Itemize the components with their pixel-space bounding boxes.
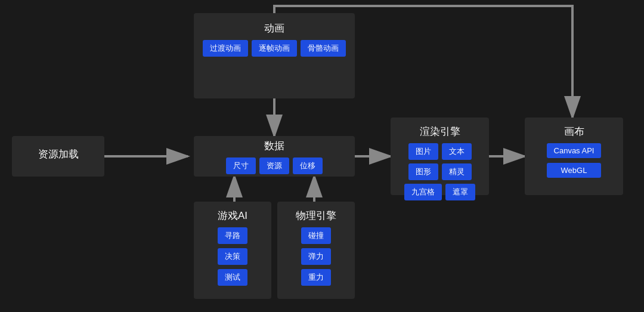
render-tag-2: 文本 (442, 143, 472, 160)
animation-tags: 过渡动画 逐帧动画 骨骼动画 (203, 40, 346, 57)
render-tag-5: 九宫格 (404, 184, 442, 200)
data-tag-1: 尺寸 (226, 157, 256, 174)
animation-title: 动画 (264, 21, 284, 35)
diagram: 资源加载 动画 过渡动画 逐帧动画 骨骼动画 数据 尺寸 资源 位移 渲染引擎 … (0, 0, 644, 312)
render-engine-node: 渲染引擎 图片 文本 图形 精灵 九宫格 遮罩 (391, 118, 489, 195)
physics-tag-1: 碰撞 (301, 227, 331, 244)
render-engine-title: 渲染引擎 (420, 125, 460, 138)
physics-title: 物理引擎 (296, 209, 336, 223)
game-ai-node: 游戏AI 寻路 决策 测试 (194, 202, 271, 299)
game-ai-tag-3: 测试 (218, 269, 247, 286)
animation-tag-1: 过渡动画 (203, 40, 248, 57)
game-ai-tag-1: 寻路 (218, 227, 247, 244)
physics-tag-2: 弹力 (301, 248, 331, 265)
data-node: 数据 尺寸 资源 位移 (194, 136, 355, 177)
data-title: 数据 (264, 139, 284, 153)
canvas-tag-2: WebGL (547, 163, 602, 178)
animation-tag-3: 骨骼动画 (301, 40, 346, 57)
game-ai-tags: 寻路 决策 测试 (218, 227, 247, 286)
data-tag-3: 位移 (293, 157, 323, 174)
physics-tags: 碰撞 弹力 重力 (301, 227, 331, 286)
canvas-tags: Canvas API WebGL (547, 143, 602, 178)
resource-load-title: 资源加载 (38, 147, 79, 161)
render-tag-3: 图形 (408, 163, 438, 180)
game-ai-title: 游戏AI (218, 209, 247, 223)
data-tags: 尺寸 资源 位移 (226, 157, 323, 174)
canvas-node: 画布 Canvas API WebGL (525, 118, 623, 195)
render-tag-1: 图片 (408, 143, 438, 160)
canvas-tag-1: Canvas API (547, 143, 602, 158)
render-tag-4: 精灵 (442, 163, 472, 180)
physics-tag-3: 重力 (301, 269, 331, 286)
physics-node: 物理引擎 碰撞 弹力 重力 (277, 202, 355, 299)
game-ai-tag-2: 决策 (218, 248, 247, 265)
render-engine-tags: 图片 文本 图形 精灵 九宫格 遮罩 (397, 143, 483, 200)
animation-node: 动画 过渡动画 逐帧动画 骨骼动画 (194, 13, 355, 98)
canvas-title: 画布 (564, 125, 584, 138)
data-tag-2: 资源 (259, 157, 289, 174)
animation-tag-2: 逐帧动画 (252, 40, 297, 57)
render-tag-6: 遮罩 (445, 184, 475, 200)
resource-load-node: 资源加载 (12, 136, 104, 177)
